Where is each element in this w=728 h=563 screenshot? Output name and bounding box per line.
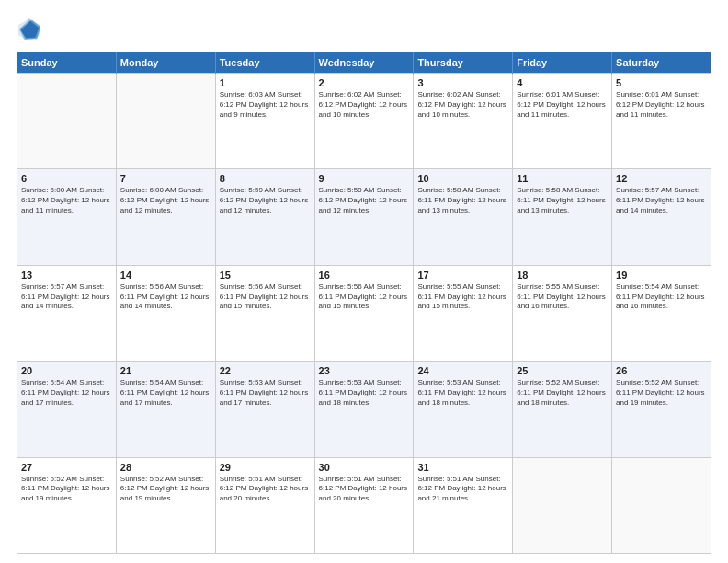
- day-info: Sunrise: 5:54 AM Sunset: 6:11 PM Dayligh…: [616, 282, 707, 312]
- day-info: Sunrise: 5:55 AM Sunset: 6:11 PM Dayligh…: [417, 282, 508, 312]
- day-number: 13: [21, 270, 112, 281]
- logo-icon: [17, 17, 42, 42]
- day-info: Sunrise: 6:01 AM Sunset: 6:12 PM Dayligh…: [517, 90, 608, 120]
- day-number: 6: [21, 173, 112, 184]
- day-number: 24: [417, 365, 508, 376]
- weekday-header-monday: Monday: [116, 52, 215, 74]
- day-number: 31: [417, 462, 508, 473]
- day-number: 29: [220, 462, 311, 473]
- weekday-header-wednesday: Wednesday: [314, 52, 414, 74]
- calendar-cell: 20Sunrise: 5:54 AM Sunset: 6:11 PM Dayli…: [17, 362, 117, 457]
- calendar-cell: 30Sunrise: 5:51 AM Sunset: 6:12 PM Dayli…: [314, 457, 414, 553]
- calendar-cell: 23Sunrise: 5:53 AM Sunset: 6:11 PM Dayli…: [314, 362, 414, 457]
- day-info: Sunrise: 5:53 AM Sunset: 6:11 PM Dayligh…: [319, 378, 410, 408]
- day-info: Sunrise: 6:01 AM Sunset: 6:12 PM Dayligh…: [616, 90, 707, 120]
- day-info: Sunrise: 5:54 AM Sunset: 6:11 PM Dayligh…: [120, 378, 211, 408]
- weekday-row: SundayMondayTuesdayWednesdayThursdayFrid…: [17, 52, 711, 74]
- calendar-cell: 13Sunrise: 5:57 AM Sunset: 6:11 PM Dayli…: [17, 265, 117, 361]
- day-info: Sunrise: 5:56 AM Sunset: 6:11 PM Dayligh…: [319, 282, 410, 312]
- weekday-header-friday: Friday: [513, 52, 612, 74]
- day-number: 4: [517, 77, 608, 88]
- day-number: 7: [120, 173, 211, 184]
- day-number: 10: [417, 173, 508, 184]
- calendar-cell: 28Sunrise: 5:52 AM Sunset: 6:12 PM Dayli…: [116, 457, 215, 553]
- calendar-body: 1Sunrise: 6:03 AM Sunset: 6:12 PM Daylig…: [17, 74, 711, 554]
- calendar-cell: 6Sunrise: 6:00 AM Sunset: 6:12 PM Daylig…: [17, 169, 117, 265]
- day-number: 16: [319, 270, 410, 281]
- calendar-cell: 11Sunrise: 5:58 AM Sunset: 6:11 PM Dayli…: [513, 169, 612, 265]
- day-info: Sunrise: 5:51 AM Sunset: 6:12 PM Dayligh…: [417, 475, 508, 504]
- calendar-cell: 26Sunrise: 5:52 AM Sunset: 6:11 PM Dayli…: [612, 362, 711, 457]
- calendar-cell: 12Sunrise: 5:57 AM Sunset: 6:11 PM Dayli…: [612, 169, 711, 265]
- day-number: 22: [220, 365, 311, 376]
- calendar-cell: 29Sunrise: 5:51 AM Sunset: 6:12 PM Dayli…: [215, 457, 314, 553]
- day-info: Sunrise: 5:51 AM Sunset: 6:12 PM Dayligh…: [319, 475, 410, 504]
- calendar-cell: 27Sunrise: 5:52 AM Sunset: 6:11 PM Dayli…: [17, 457, 117, 553]
- day-info: Sunrise: 5:58 AM Sunset: 6:11 PM Dayligh…: [517, 186, 608, 215]
- day-info: Sunrise: 5:52 AM Sunset: 6:11 PM Dayligh…: [21, 475, 112, 504]
- day-info: Sunrise: 5:59 AM Sunset: 6:12 PM Dayligh…: [220, 186, 311, 215]
- calendar-row: 20Sunrise: 5:54 AM Sunset: 6:11 PM Dayli…: [17, 362, 711, 457]
- day-number: 15: [220, 270, 311, 281]
- calendar-cell: 10Sunrise: 5:58 AM Sunset: 6:11 PM Dayli…: [414, 169, 513, 265]
- calendar-header: SundayMondayTuesdayWednesdayThursdayFrid…: [17, 52, 711, 74]
- day-number: 2: [319, 77, 410, 88]
- calendar-cell: 19Sunrise: 5:54 AM Sunset: 6:11 PM Dayli…: [612, 265, 711, 361]
- day-info: Sunrise: 5:53 AM Sunset: 6:11 PM Dayligh…: [417, 378, 508, 408]
- calendar-cell: 21Sunrise: 5:54 AM Sunset: 6:11 PM Dayli…: [116, 362, 215, 457]
- day-number: 20: [21, 365, 112, 376]
- day-number: 5: [616, 77, 707, 88]
- day-number: 12: [616, 173, 707, 184]
- weekday-header-thursday: Thursday: [414, 52, 513, 74]
- weekday-header-saturday: Saturday: [612, 52, 711, 74]
- calendar-row: 13Sunrise: 5:57 AM Sunset: 6:11 PM Dayli…: [17, 265, 711, 361]
- calendar-cell: 8Sunrise: 5:59 AM Sunset: 6:12 PM Daylig…: [215, 169, 314, 265]
- day-info: Sunrise: 5:53 AM Sunset: 6:11 PM Dayligh…: [220, 378, 311, 408]
- calendar-cell: 2Sunrise: 6:02 AM Sunset: 6:12 PM Daylig…: [314, 74, 414, 169]
- day-info: Sunrise: 6:03 AM Sunset: 6:12 PM Dayligh…: [220, 90, 311, 120]
- calendar-cell: 14Sunrise: 5:56 AM Sunset: 6:11 PM Dayli…: [116, 265, 215, 361]
- day-number: 23: [319, 365, 410, 376]
- day-info: Sunrise: 5:52 AM Sunset: 6:11 PM Dayligh…: [517, 378, 608, 408]
- day-info: Sunrise: 5:57 AM Sunset: 6:11 PM Dayligh…: [21, 282, 112, 312]
- day-info: Sunrise: 5:52 AM Sunset: 6:12 PM Dayligh…: [120, 475, 211, 504]
- day-info: Sunrise: 5:54 AM Sunset: 6:11 PM Dayligh…: [21, 378, 112, 408]
- day-info: Sunrise: 5:57 AM Sunset: 6:11 PM Dayligh…: [616, 186, 707, 215]
- weekday-header-tuesday: Tuesday: [215, 52, 314, 74]
- calendar-cell: 15Sunrise: 5:56 AM Sunset: 6:11 PM Dayli…: [215, 265, 314, 361]
- day-info: Sunrise: 5:55 AM Sunset: 6:11 PM Dayligh…: [517, 282, 608, 312]
- day-number: 26: [616, 365, 707, 376]
- day-info: Sunrise: 6:00 AM Sunset: 6:12 PM Dayligh…: [120, 186, 211, 215]
- day-number: 28: [120, 462, 211, 473]
- calendar-cell: 31Sunrise: 5:51 AM Sunset: 6:12 PM Dayli…: [414, 457, 513, 553]
- calendar-cell: [17, 74, 117, 169]
- calendar-cell: [513, 457, 612, 553]
- day-info: Sunrise: 5:58 AM Sunset: 6:11 PM Dayligh…: [417, 186, 508, 215]
- day-number: 1: [220, 77, 311, 88]
- calendar-row: 27Sunrise: 5:52 AM Sunset: 6:11 PM Dayli…: [17, 457, 711, 553]
- day-number: 19: [616, 270, 707, 281]
- day-info: Sunrise: 5:56 AM Sunset: 6:11 PM Dayligh…: [220, 282, 311, 312]
- calendar-cell: [116, 74, 215, 169]
- calendar-cell: 5Sunrise: 6:01 AM Sunset: 6:12 PM Daylig…: [612, 74, 711, 169]
- page-header: [17, 17, 711, 42]
- day-number: 18: [517, 270, 608, 281]
- day-number: 3: [417, 77, 508, 88]
- day-number: 14: [120, 270, 211, 281]
- day-number: 21: [120, 365, 211, 376]
- calendar-row: 1Sunrise: 6:03 AM Sunset: 6:12 PM Daylig…: [17, 74, 711, 169]
- calendar-cell: 3Sunrise: 6:02 AM Sunset: 6:12 PM Daylig…: [414, 74, 513, 169]
- day-number: 8: [220, 173, 311, 184]
- calendar-cell: 4Sunrise: 6:01 AM Sunset: 6:12 PM Daylig…: [513, 74, 612, 169]
- calendar-cell: 17Sunrise: 5:55 AM Sunset: 6:11 PM Dayli…: [414, 265, 513, 361]
- day-info: Sunrise: 5:59 AM Sunset: 6:12 PM Dayligh…: [319, 186, 410, 215]
- day-number: 27: [21, 462, 112, 473]
- weekday-header-sunday: Sunday: [17, 52, 117, 74]
- day-number: 25: [517, 365, 608, 376]
- calendar-cell: 24Sunrise: 5:53 AM Sunset: 6:11 PM Dayli…: [414, 362, 513, 457]
- calendar-row: 6Sunrise: 6:00 AM Sunset: 6:12 PM Daylig…: [17, 169, 711, 265]
- calendar-cell: 16Sunrise: 5:56 AM Sunset: 6:11 PM Dayli…: [314, 265, 414, 361]
- day-number: 11: [517, 173, 608, 184]
- day-number: 17: [417, 270, 508, 281]
- day-info: Sunrise: 5:51 AM Sunset: 6:12 PM Dayligh…: [220, 475, 311, 504]
